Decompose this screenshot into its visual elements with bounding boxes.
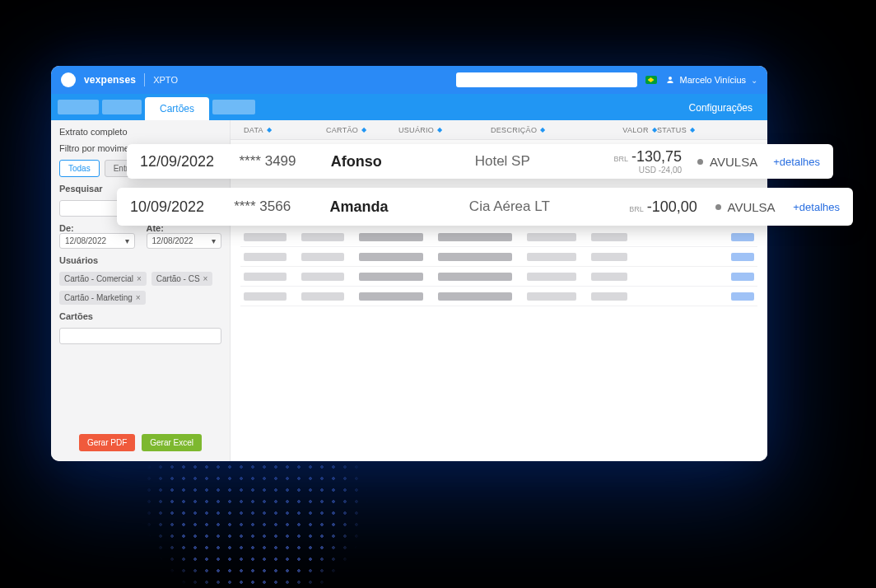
col-card[interactable]: CARTÃO [326, 126, 358, 134]
locale-flag-icon[interactable] [645, 76, 657, 84]
nav-item-placeholder[interactable] [102, 100, 142, 114]
row-card: **** 3499 [239, 153, 330, 170]
user-name: Marcelo Vinícius [680, 75, 747, 85]
filter-chip[interactable]: Cartão - Comercial× [59, 272, 147, 286]
sort-icon: ◆ [361, 126, 366, 133]
cards-input[interactable] [59, 328, 221, 344]
top-bar: vexpenses XPTO Marcelo Vinícius ⌄ [51, 66, 767, 94]
user-avatar-icon [665, 75, 675, 85]
from-date-value: 12/08/2022 [65, 236, 106, 245]
to-date-value: 12/08/2022 [152, 236, 193, 245]
row-desc: Hotel SP [437, 153, 567, 170]
generate-excel-button[interactable]: Gerar Excel [142, 434, 202, 451]
chevron-down-icon: ▾ [125, 236, 129, 245]
col-data[interactable]: DATA [244, 126, 263, 134]
brand-name: vexpenses [84, 74, 136, 86]
sort-icon: ◆ [690, 126, 695, 133]
col-status[interactable]: STATUS [657, 126, 687, 134]
row-value: BRL-100,00 [577, 198, 697, 216]
row-details-link[interactable]: +detalhes [793, 201, 840, 213]
user-menu[interactable]: Marcelo Vinícius ⌄ [665, 75, 758, 85]
nav-item-placeholder[interactable] [212, 100, 255, 114]
col-desc[interactable]: DESCRIÇÃO [491, 126, 537, 134]
transaction-row[interactable]: 12/09/2022 **** 3499 Afonso Hotel SP BRL… [127, 144, 833, 179]
row-date: 12/09/2022 [140, 153, 239, 170]
to-date-select[interactable]: 12/08/2022 ▾ [147, 233, 222, 249]
status-dot-icon [715, 204, 721, 210]
filter-chip[interactable]: Cartão - Marketing× [59, 291, 146, 305]
nav-bar: Cartões Configurações [51, 94, 767, 120]
row-user: Amanda [330, 198, 442, 216]
users-label: Usuários [59, 255, 221, 265]
global-search-input[interactable] [456, 72, 637, 87]
sort-icon: ◆ [437, 126, 442, 133]
row-user: Afonso [331, 153, 438, 170]
chip-remove-icon[interactable]: × [136, 293, 141, 302]
decorative-dots [132, 461, 379, 585]
row-date: 10/09/2022 [130, 198, 234, 216]
row-desc: Cia Aérea LT [441, 198, 577, 215]
nav-config-link[interactable]: Configurações [689, 102, 761, 120]
col-user[interactable]: USUÁRIO [398, 126, 434, 134]
col-value[interactable]: VALOR [622, 126, 648, 134]
from-date-select[interactable]: 12/08/2022 ▾ [59, 233, 135, 249]
chip-remove-icon[interactable]: × [137, 274, 142, 283]
filter-chip[interactable]: Cartão - CS× [151, 272, 213, 286]
table-row[interactable] [240, 267, 757, 287]
brand-separator [144, 73, 145, 86]
extrato-title: Extrato completo [59, 127, 221, 137]
table-row[interactable] [240, 247, 757, 267]
sort-icon: ◆ [267, 126, 272, 133]
tenant-name: XPTO [153, 75, 178, 85]
nav-item-placeholder[interactable] [58, 100, 99, 114]
row-status: AVULSA [682, 155, 773, 169]
status-dot-icon [697, 159, 703, 165]
row-details-link[interactable]: +detalhes [773, 156, 820, 168]
row-card: **** 3566 [234, 198, 329, 215]
cards-label: Cartões [59, 311, 221, 321]
app-window: vexpenses XPTO Marcelo Vinícius ⌄ Cartõe… [51, 66, 767, 461]
table-row[interactable] [240, 287, 757, 306]
table-row[interactable] [240, 227, 757, 247]
chip-remove-icon[interactable]: × [203, 274, 208, 283]
transaction-row[interactable]: 10/09/2022 **** 3566 Amanda Cia Aérea LT… [117, 188, 853, 226]
row-value: BRL-130,75 USD -24,00 [567, 148, 682, 175]
table-header: DATA◆ CARTÃO◆ USUÁRIO◆ DESCRIÇÃO◆ VALOR◆… [231, 120, 767, 140]
chevron-down-icon: ▾ [212, 236, 216, 245]
tab-cartoes[interactable]: Cartões [145, 97, 209, 120]
chevron-down-icon: ⌄ [751, 76, 757, 85]
toggle-todas[interactable]: Todas [59, 160, 100, 177]
brand-logo-icon [61, 72, 76, 87]
sort-icon: ◆ [540, 126, 545, 133]
row-status: AVULSA [697, 200, 793, 214]
generate-pdf-button[interactable]: Gerar PDF [79, 434, 135, 451]
